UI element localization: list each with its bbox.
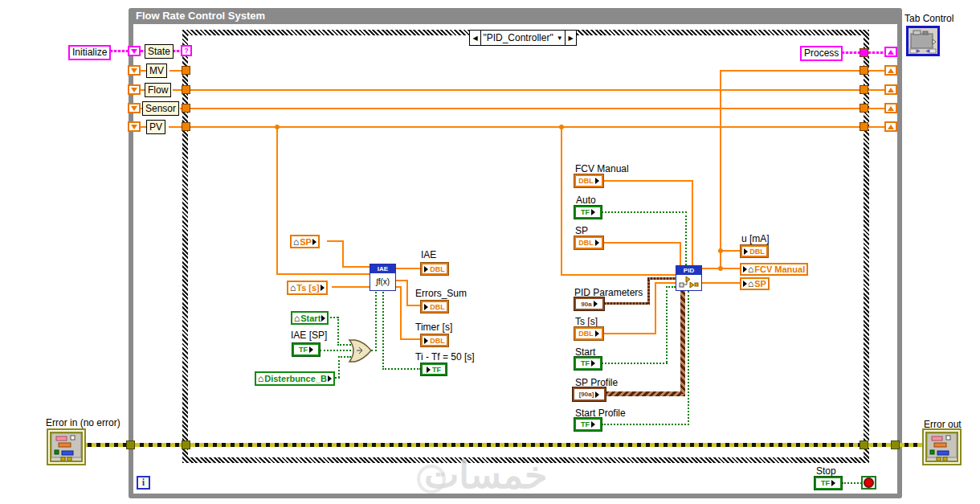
control-fcv-manual[interactable]: DBL bbox=[574, 174, 603, 187]
local-variable-sp-read[interactable]: ⌂ SP bbox=[290, 235, 320, 248]
wire-flow-b bbox=[173, 89, 182, 91]
iteration-terminal[interactable]: i bbox=[137, 476, 150, 490]
iae-subvi[interactable]: IAE ∫f(x) bbox=[370, 264, 396, 291]
control-stop[interactable]: TF bbox=[815, 477, 842, 490]
arrow-icon bbox=[743, 266, 747, 272]
control-ts[interactable]: DBL bbox=[574, 327, 603, 340]
control-start-profile[interactable]: TF bbox=[574, 418, 602, 431]
wire-timer-c bbox=[400, 338, 421, 340]
shift-register-pv-right[interactable] bbox=[884, 121, 897, 132]
tunnel-flow-right[interactable] bbox=[860, 85, 868, 94]
shift-register-mv-left[interactable] bbox=[128, 65, 141, 76]
compound-arithmetic-or-gate[interactable] bbox=[348, 338, 373, 363]
tunnel-mv-right[interactable] bbox=[860, 66, 868, 75]
wire-params-v bbox=[647, 277, 650, 304]
tunnel-pv-left[interactable] bbox=[182, 122, 190, 131]
shift-register-sensor-left[interactable] bbox=[128, 103, 141, 113]
tunnel-error-loop-left[interactable] bbox=[126, 440, 135, 449]
tunnel-sensor-right[interactable] bbox=[860, 104, 868, 113]
tunnel-state-case[interactable]: ? bbox=[181, 45, 192, 56]
tunnel-error-loop-right[interactable] bbox=[891, 440, 900, 449]
local-variable-fcv-write[interactable]: ⌂ FCV Manual bbox=[740, 263, 808, 276]
tunnel-error-case-left[interactable] bbox=[182, 440, 190, 449]
label-errors-sum[interactable]: Errors_Sum bbox=[415, 288, 467, 299]
local-variable-sp-write[interactable]: ⌂ SP bbox=[740, 277, 770, 290]
loop-condition-terminal[interactable] bbox=[861, 476, 876, 490]
local-variable-disturbance-read[interactable]: ⌂ Disterbunce_B bbox=[255, 371, 335, 386]
chevron-down-icon[interactable]: ▼ bbox=[557, 35, 563, 42]
indicator-iae[interactable]: DBL bbox=[421, 263, 448, 275]
wire-sp-local-c bbox=[342, 266, 370, 268]
label-sp-profile[interactable]: SP Profile bbox=[575, 377, 618, 388]
label-mv[interactable]: MV bbox=[146, 64, 167, 78]
label-u-ma[interactable]: u [mA] bbox=[741, 233, 770, 244]
shift-register-sensor-right[interactable] bbox=[884, 103, 897, 113]
label-error-in[interactable]: Error in (no error) bbox=[46, 417, 120, 428]
wire-pv-branch2-v bbox=[561, 126, 562, 276]
tunnel-error-case-right[interactable] bbox=[860, 440, 868, 449]
label-pid-parameters[interactable]: PID Parameters bbox=[574, 287, 643, 298]
control-sp-profile[interactable]: [90a] bbox=[573, 387, 606, 401]
shift-register-flow-right[interactable] bbox=[884, 84, 897, 95]
label-sensor[interactable]: Sensor bbox=[142, 101, 179, 116]
label-start-profile[interactable]: Start Profile bbox=[575, 408, 626, 419]
tab-control-terminal[interactable] bbox=[906, 26, 940, 56]
label-auto[interactable]: Auto bbox=[576, 195, 596, 206]
shift-register-mv-right[interactable] bbox=[884, 65, 897, 76]
label-ti-tf[interactable]: Ti - Tf = 50 [s] bbox=[415, 351, 475, 363]
wire-fcv-h bbox=[603, 180, 693, 182]
label-start[interactable]: Start bbox=[575, 346, 595, 358]
stop-icon bbox=[864, 477, 874, 488]
control-auto[interactable]: TF bbox=[574, 206, 602, 219]
label-pv[interactable]: PV bbox=[146, 120, 165, 134]
tunnel-flow-left[interactable] bbox=[182, 85, 190, 94]
wire-r2 bbox=[868, 89, 884, 91]
label-error-out[interactable]: Error out bbox=[924, 419, 962, 430]
indicator-timer[interactable]: DBL bbox=[421, 334, 448, 346]
wire-pv-b bbox=[169, 126, 182, 128]
label-state[interactable]: State bbox=[145, 44, 174, 59]
control-sp[interactable]: DBL bbox=[574, 236, 603, 249]
case-selector[interactable]: ◀ "PID_Controller"▼ ▶ bbox=[469, 30, 577, 46]
label-fcv-manual[interactable]: FCV Manual bbox=[575, 163, 629, 174]
wire-process-b bbox=[868, 51, 884, 54]
control-pid-parameters[interactable]: 90a bbox=[574, 297, 604, 310]
case-prev-arrow-icon[interactable]: ◀ bbox=[470, 31, 480, 45]
indicator-u-ma[interactable]: DBL bbox=[741, 245, 768, 257]
initialize-string-constant[interactable]: Initialize bbox=[68, 45, 111, 60]
shift-register-flow-left[interactable] bbox=[128, 84, 141, 95]
case-next-arrow-icon[interactable]: ▶ bbox=[566, 31, 576, 45]
label-sp[interactable]: SP bbox=[575, 225, 588, 236]
arrow-icon bbox=[424, 338, 428, 344]
pid-subvi[interactable]: PID bbox=[676, 265, 702, 291]
indicator-errors-sum[interactable]: DBL bbox=[421, 301, 448, 313]
house-icon: ⌂ bbox=[748, 264, 753, 274]
error-out-indicator[interactable] bbox=[925, 432, 958, 462]
indicator-ti-tf[interactable]: TF bbox=[421, 363, 447, 375]
process-string-constant[interactable]: Process bbox=[800, 46, 843, 61]
shift-register-state-right[interactable] bbox=[884, 47, 897, 57]
tunnel-mv-left[interactable] bbox=[182, 66, 190, 75]
wire-auto-h bbox=[602, 211, 687, 213]
label-iae-sp[interactable]: IAE [SP] bbox=[291, 330, 327, 341]
label-flow[interactable]: Flow bbox=[145, 83, 171, 97]
arrow-icon bbox=[595, 178, 599, 184]
wire-pv-branch1-h bbox=[276, 273, 370, 275]
tunnel-pv-right[interactable] bbox=[860, 122, 868, 131]
boolean-control-iae-sp[interactable]: TF bbox=[292, 343, 320, 356]
local-variable-start-read[interactable]: ⌂ Start bbox=[291, 311, 329, 325]
local-variable-ts-read[interactable]: ⌂ Ts [s] bbox=[287, 281, 328, 295]
label-timer[interactable]: Timer [s] bbox=[415, 322, 452, 333]
label-stop[interactable]: Stop bbox=[816, 465, 836, 477]
label-ts[interactable]: Ts [s] bbox=[575, 316, 598, 327]
label-iae-out[interactable]: IAE bbox=[421, 249, 436, 260]
arrow-icon bbox=[427, 367, 431, 373]
tunnel-sensor-left[interactable] bbox=[182, 104, 190, 113]
tunnel-process[interactable] bbox=[860, 48, 868, 57]
control-start[interactable]: TF bbox=[574, 357, 602, 370]
shift-register-pv-left[interactable] bbox=[128, 121, 141, 132]
error-in-control[interactable] bbox=[50, 432, 83, 462]
shift-register-state-left[interactable] bbox=[128, 46, 141, 56]
wire-timer-b bbox=[400, 286, 402, 340]
label-tab-control[interactable]: Tab Control bbox=[904, 13, 953, 24]
